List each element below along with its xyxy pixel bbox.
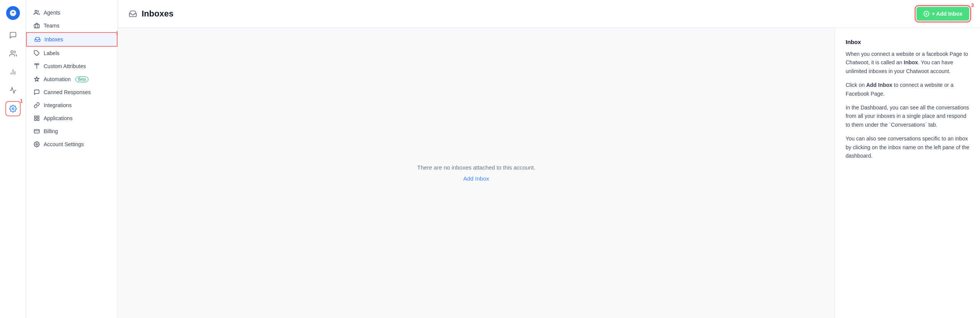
custom-attributes-icon	[34, 63, 40, 69]
sidebar-item-inboxes[interactable]: Inboxes 2	[26, 32, 118, 47]
sidebar-item-applications-label: Applications	[44, 115, 73, 121]
sidebar-item-automation[interactable]: Automation Beta	[26, 73, 118, 86]
inbox-header-icon	[129, 10, 137, 18]
applications-icon	[34, 115, 40, 121]
automation-beta-badge: Beta	[75, 77, 89, 82]
svg-rect-13	[34, 119, 36, 121]
integrations-icon	[34, 102, 40, 108]
sidebar-item-canned-responses-label: Canned Responses	[44, 89, 91, 95]
sidebar-item-teams-label: Teams	[44, 23, 59, 29]
sidebar-item-canned-responses[interactable]: Canned Responses	[26, 86, 118, 99]
main-content: Inboxes + Add Inbox 3 There are no inbox…	[118, 0, 980, 318]
svg-rect-10	[34, 116, 36, 118]
teams-icon	[34, 23, 40, 29]
nav-conversations[interactable]	[5, 28, 21, 43]
sidebar-item-account-settings-label: Account Settings	[44, 141, 84, 147]
nav-contacts[interactable]	[5, 46, 21, 61]
svg-rect-14	[34, 129, 39, 133]
sidebar-item-automation-label: Automation	[44, 76, 71, 82]
add-inbox-label: + Add Inbox	[932, 11, 962, 17]
sidebar-item-integrations[interactable]: Integrations	[26, 99, 118, 112]
step-1-label: 1	[20, 98, 23, 104]
empty-state-area: There are no inboxes attached to this ac…	[118, 28, 835, 318]
sidebar-item-inboxes-label: Inboxes	[44, 36, 63, 42]
info-panel-p2: Click on Add Inbox to connect a website …	[846, 81, 969, 98]
sidebar: Agents Teams Inboxes 2 Labels Custom	[26, 0, 118, 318]
info-panel-p4: You can also see conversations specific …	[846, 134, 969, 160]
billing-icon	[34, 128, 40, 134]
info-panel-title: Inbox	[846, 39, 969, 45]
add-inbox-btn-wrapper: + Add Inbox 3	[916, 7, 969, 21]
svg-point-6	[35, 10, 37, 12]
add-inbox-button[interactable]: + Add Inbox	[916, 7, 969, 21]
main-header: Inboxes + Add Inbox 3	[118, 0, 980, 28]
info-panel-p3: In the Dashboard, you can see all the co…	[846, 103, 969, 129]
empty-state-add-inbox-link[interactable]: Add Inbox	[463, 175, 489, 182]
sidebar-item-custom-attributes[interactable]: Custom Attributes	[26, 60, 118, 73]
sidebar-item-agents[interactable]: Agents	[26, 6, 118, 19]
svg-rect-7	[34, 24, 39, 28]
info-panel: Inbox When you connect a website or a fa…	[835, 28, 980, 318]
nav-reports[interactable]	[5, 64, 21, 80]
canned-responses-icon	[34, 89, 40, 95]
sidebar-item-labels-label: Labels	[44, 50, 59, 56]
app-logo[interactable]	[6, 6, 20, 20]
header-left: Inboxes	[129, 9, 173, 19]
sidebar-item-applications[interactable]: Applications	[26, 112, 118, 125]
sidebar-item-teams[interactable]: Teams	[26, 19, 118, 32]
sidebar-item-custom-attributes-label: Custom Attributes	[44, 63, 86, 69]
automation-icon	[34, 76, 40, 82]
svg-rect-11	[37, 116, 39, 118]
sidebar-item-billing[interactable]: Billing	[26, 125, 118, 138]
info-panel-p1: When you connect a website or a facebook…	[846, 50, 969, 75]
sidebar-item-account-settings[interactable]: Account Settings	[26, 138, 118, 151]
icon-nav: 1	[0, 0, 26, 318]
sidebar-item-labels[interactable]: Labels	[26, 47, 118, 60]
svg-rect-12	[37, 119, 39, 121]
sidebar-item-billing-label: Billing	[44, 128, 58, 134]
page-title: Inboxes	[142, 9, 173, 19]
svg-point-1	[11, 51, 13, 54]
sidebar-item-agents-label: Agents	[44, 10, 60, 16]
plus-circle-icon	[923, 11, 929, 17]
svg-point-16	[36, 144, 38, 145]
nav-settings[interactable]: 1	[5, 101, 21, 116]
labels-icon	[34, 50, 40, 56]
inbox-icon	[34, 36, 41, 42]
svg-point-5	[12, 108, 14, 110]
empty-state-message: There are no inboxes attached to this ac…	[417, 164, 536, 171]
agents-icon	[34, 10, 40, 16]
sidebar-item-integrations-label: Integrations	[44, 102, 72, 108]
step-3-label: 3	[971, 2, 974, 8]
nav-campaigns[interactable]	[5, 83, 21, 98]
account-settings-icon	[34, 141, 40, 147]
body-area: There are no inboxes attached to this ac…	[118, 28, 980, 318]
